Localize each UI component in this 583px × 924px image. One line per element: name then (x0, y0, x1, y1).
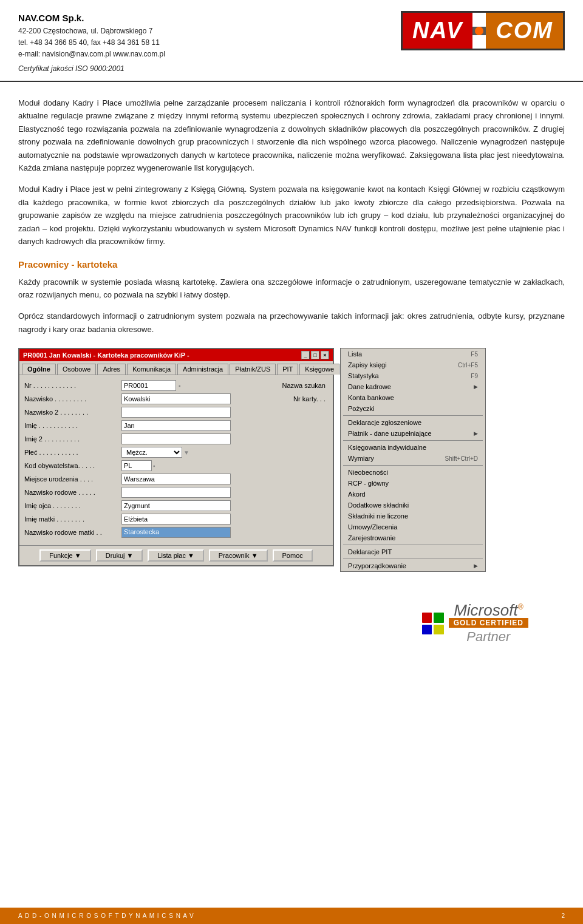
paragraph-4: Oprócz standardowych informacji o zatrud… (18, 310, 565, 336)
ctx-deklaracje-zgl[interactable]: Deklaracje zgłoszeniowe (341, 417, 485, 428)
ctx-ksiegowania[interactable]: Księgowania indywidualne (341, 442, 485, 453)
ctx-wymiary-label: Wymiary (348, 455, 374, 462)
win-title: PR0001 Jan Kowalski - Kartoteka pracowni… (23, 352, 189, 359)
btn-drukuj[interactable]: Drukuj ▼ (96, 549, 143, 562)
company-email: e-mail: navision@nav.com.pl www.nav.com.… (18, 49, 165, 60)
ctx-dane-kadrowe-label: Dane kadrowe (348, 383, 391, 390)
ctx-dane-kadrowe-arrow: ▶ (474, 384, 478, 390)
ms-microsoft-text: Microsoft® (454, 602, 523, 618)
ctx-dodatkowe[interactable]: Dodatkowe składniki (341, 500, 485, 511)
tab-adres[interactable]: Adres (97, 364, 126, 375)
main-content: Moduł dodany Kadry i Płace umożliwia peł… (0, 82, 583, 706)
btn-pracownik[interactable]: Pracownik ▼ (209, 549, 268, 562)
ctx-deklaracje-pit[interactable]: Deklaracje PIT (341, 546, 485, 557)
logo-area: NAV COM (401, 11, 565, 50)
ctx-akord[interactable]: Akord (341, 489, 485, 500)
ctx-platnik-dane-label: Płatnik - dane uzupełniające (348, 430, 432, 437)
field-imie-ojca[interactable] (121, 500, 231, 511)
ctx-platnik-dane[interactable]: Płatnik - dane uzupełniające ▶ (341, 428, 485, 439)
ctx-dane-kadrowe[interactable]: Dane kadrowe ▶ (341, 381, 485, 392)
ctx-umowy[interactable]: Umowy/Zlecenia (341, 521, 485, 532)
ctx-lista-label: Lista (348, 350, 362, 358)
field-imie-matki[interactable] (121, 514, 231, 525)
field-nazwisko-rodowe[interactable] (121, 487, 231, 498)
ctx-konta-bankowe[interactable]: Konta bankowe (341, 392, 485, 403)
label-imie-matki: Imię matki . . . . . . . . (24, 515, 121, 523)
ctx-zarejestrowanie-label: Zarejestrowanie (348, 534, 395, 542)
ctx-statystyka-label: Statystyka (348, 372, 379, 379)
ctx-pozyczki[interactable]: Pożyczki (341, 403, 485, 414)
footer-page-number: 2 (561, 912, 565, 919)
ctx-skladniki-nie[interactable]: Składniki nie liczone (341, 511, 485, 521)
tab-osobowe[interactable]: Osobowe (57, 364, 96, 375)
label-nazwa-szukan: Nazwa szukan (282, 382, 328, 389)
form-row-miejsce-ur: Miejsce urodzenia . . . . (24, 474, 328, 484)
ctx-umowy-label: Umowy/Zlecenia (348, 523, 397, 531)
win-footer: Funkcje ▼ Drukuj ▼ Lista płac ▼ Pracowni… (19, 545, 333, 565)
label-nazwisko2: Nazwisko 2 . . . . . . . . (24, 409, 121, 416)
ctx-zapisy-shortcut: Ctrl+F5 (458, 362, 478, 369)
btn-pomoc[interactable]: Pomoc (273, 549, 313, 562)
form-row-kod-obyw: Kod obywatelstwa. . . . . ▪ (24, 460, 328, 471)
field-imie2[interactable] (121, 433, 231, 444)
field-miejsce-ur[interactable] (121, 474, 231, 484)
tab-ogolne[interactable]: Ogólne (22, 364, 56, 375)
field-plec[interactable]: Mężcz. Kobieta (121, 447, 182, 458)
section-heading-kartoteka: Pracownicy - kartoteka (18, 259, 565, 270)
ctx-statystyka[interactable]: Statystyka F9 (341, 370, 485, 381)
label-kod-obyw: Kod obywatelstwa. . . . . (24, 462, 121, 469)
win-maximize-btn[interactable]: □ (311, 351, 319, 359)
label-nr: Nr . . . . . . . . . . . . (24, 382, 121, 389)
field-nazwisko2[interactable] (121, 407, 231, 418)
ctx-zapisy-label: Zapisy księgi (348, 361, 387, 369)
win-titlebar-buttons: _ □ × (301, 351, 329, 359)
ms-microsoft-label: Microsoft (454, 601, 517, 619)
ms-gold-certified: GOLD CERTIFIED (449, 618, 528, 628)
win-minimize-btn[interactable]: _ (301, 351, 310, 359)
form-row-imie2: Imię 2 . . . . . . . . . . (24, 433, 328, 444)
ms-partner-logo: Microsoft® GOLD CERTIFIED Partner (422, 602, 528, 645)
tab-komunikacja[interactable]: Komunikacja (127, 364, 176, 375)
ctx-nieobecnosci[interactable]: Nieobecności (341, 467, 485, 478)
win-titlebar: PR0001 Jan Kowalski - Kartoteka pracowni… (19, 349, 333, 361)
tab-pit[interactable]: PIT (277, 364, 298, 375)
btn-lista-plac[interactable]: Lista płac ▼ (148, 549, 203, 562)
field-nazwisko[interactable] (121, 393, 231, 404)
tab-administracja[interactable]: Administracja (177, 364, 228, 375)
tab-ksiegowe[interactable]: Księgowe (299, 364, 339, 375)
ctx-zapisy[interactable]: Zapisy księgi Ctrl+F5 (341, 359, 485, 370)
label-nazwisko-rodowe: Nazwisko rodowe . . . . . (24, 489, 121, 496)
ctx-przyporz-label: Przyporządkowanie (348, 562, 406, 569)
ms-win-yellow-square (434, 625, 444, 635)
field-imie[interactable] (121, 420, 231, 431)
paragraph-3: Każdy pracownik w systemie posiada własn… (18, 276, 565, 302)
ms-win-red-square (422, 613, 432, 623)
field-kod-obyw[interactable] (121, 460, 152, 471)
form-row-nr: Nr . . . . . . . . . . . . ▪ Nazwa szuka… (24, 380, 328, 391)
win-body: Nr . . . . . . . . . . . . ▪ Nazwa szuka… (19, 375, 333, 545)
company-phone: tel. +48 34 366 85 40, fax +48 34 361 58… (18, 37, 165, 49)
btn-funkcje[interactable]: Funkcje ▼ (39, 549, 90, 562)
form-row-nazw-rodowe-matki: Nazwisko rodowe matki . . Starostecka (24, 527, 328, 538)
win-close-btn[interactable]: × (321, 351, 329, 359)
field-nazw-rodowe-matki[interactable]: Starostecka (121, 527, 231, 538)
ctx-rcp[interactable]: RCP - główny (341, 478, 485, 489)
ctx-wymiary-shortcut: Shift+Ctrl+D (445, 455, 478, 462)
ctx-zarejestrowanie[interactable]: Zarejestrowanie (341, 532, 485, 543)
company-name: NAV.COM Sp.k. (18, 11, 165, 25)
tab-platnik[interactable]: Płatnik/ZUS (230, 364, 276, 375)
label-miejsce-ur: Miejsce urodzenia . . . . (24, 475, 121, 483)
form-row-imie-matki: Imię matki . . . . . . . . (24, 514, 328, 525)
paragraph-1: Moduł dodany Kadry i Płace umożliwia peł… (18, 97, 565, 175)
form-row-imie-ojca: Imię ojca . . . . . . . . (24, 500, 328, 511)
label-imie2: Imię 2 . . . . . . . . . . (24, 435, 121, 443)
page-header: NAV.COM Sp.k. 42-200 Częstochowa, ul. Dą… (0, 0, 583, 82)
field-nr[interactable] (121, 380, 176, 391)
label-nazwisko: Nazwisko . . . . . . . . . (24, 395, 121, 403)
ctx-dodatkowe-label: Dodatkowe składniki (348, 501, 409, 509)
ctx-sep-5 (343, 559, 483, 559)
ctx-nieobecnosci-label: Nieobecności (348, 469, 388, 476)
ctx-wymiary[interactable]: Wymiary Shift+Ctrl+D (341, 453, 485, 464)
ctx-lista[interactable]: Lista F5 (341, 348, 485, 359)
ctx-przyporz[interactable]: Przyporządkowanie ▶ (341, 560, 485, 571)
